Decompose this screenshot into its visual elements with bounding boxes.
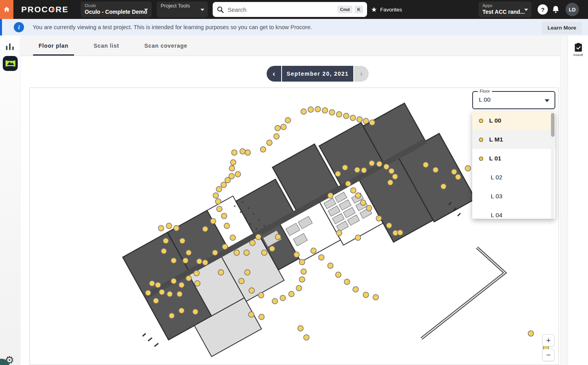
scan-dot[interactable] bbox=[281, 124, 286, 130]
project-tools-dropdown[interactable]: Project Tools bbox=[157, 2, 208, 17]
floor-option-l04[interactable]: L 04 bbox=[472, 206, 555, 219]
scan-dot[interactable] bbox=[186, 250, 191, 255]
scan-dot[interactable] bbox=[455, 174, 461, 180]
scan-dot[interactable] bbox=[262, 250, 267, 255]
scan-dot[interactable] bbox=[275, 234, 281, 240]
zoom-in-button[interactable]: + bbox=[542, 334, 555, 346]
scan-dot[interactable] bbox=[193, 309, 198, 315]
favorites-button[interactable]: ★ Favorites bbox=[371, 0, 402, 19]
floor-select[interactable]: Floor L 00 bbox=[472, 91, 555, 109]
scan-dot[interactable] bbox=[343, 113, 349, 119]
scan-dot[interactable] bbox=[229, 166, 235, 171]
scan-dot[interactable] bbox=[344, 279, 350, 285]
scan-dot[interactable] bbox=[272, 298, 278, 304]
scan-dot[interactable] bbox=[298, 326, 303, 331]
scan-dot[interactable] bbox=[355, 193, 361, 198]
kickoff-tool-button[interactable]: Kickoff bbox=[568, 43, 588, 57]
scan-dot[interactable] bbox=[363, 118, 369, 124]
scan-dot[interactable] bbox=[441, 184, 446, 189]
scan-dot[interactable] bbox=[397, 230, 403, 235]
scan-dot[interactable] bbox=[354, 167, 360, 173]
scan-dot[interactable] bbox=[357, 117, 362, 122]
scan-dot[interactable] bbox=[159, 289, 165, 295]
scan-dot[interactable] bbox=[376, 216, 382, 221]
scan-dot[interactable] bbox=[353, 287, 358, 292]
scan-dot[interactable] bbox=[177, 291, 182, 297]
scan-dot[interactable] bbox=[366, 205, 372, 211]
scan-dot[interactable] bbox=[285, 117, 291, 123]
scan-dot[interactable] bbox=[296, 285, 302, 291]
scan-dot[interactable] bbox=[213, 193, 219, 198]
scan-dot[interactable] bbox=[166, 223, 172, 229]
scan-dot[interactable] bbox=[386, 223, 392, 228]
home-button[interactable] bbox=[0, 0, 13, 19]
oculo-tool-button[interactable] bbox=[3, 56, 18, 71]
scan-dot[interactable] bbox=[267, 140, 272, 145]
scan-dot[interactable] bbox=[218, 270, 224, 275]
tab-scan-coverage[interactable]: Scan coverage bbox=[139, 35, 193, 56]
previous-date-button[interactable]: ‹ bbox=[267, 66, 281, 82]
scan-dot[interactable] bbox=[315, 106, 321, 112]
scan-dot[interactable] bbox=[216, 186, 222, 192]
scan-dot[interactable] bbox=[183, 258, 188, 263]
scan-dot[interactable] bbox=[149, 281, 155, 286]
scan-dot[interactable] bbox=[225, 177, 230, 183]
scan-dot[interactable] bbox=[351, 188, 356, 193]
scan-dot[interactable] bbox=[360, 200, 366, 205]
scan-dot[interactable] bbox=[369, 160, 375, 166]
scan-dot[interactable] bbox=[212, 250, 218, 255]
scan-dot[interactable] bbox=[221, 182, 226, 188]
notifications-button[interactable] bbox=[551, 5, 560, 14]
scan-dot[interactable] bbox=[145, 290, 151, 296]
scan-dot[interactable] bbox=[239, 278, 244, 284]
scan-dot[interactable] bbox=[377, 161, 382, 167]
scan-dot[interactable] bbox=[329, 110, 335, 115]
scan-dot[interactable] bbox=[294, 252, 299, 257]
scan-dot[interactable] bbox=[328, 263, 333, 268]
scan-dot[interactable] bbox=[179, 282, 184, 288]
scan-dot[interactable] bbox=[350, 115, 356, 121]
floor-option-lm1[interactable]: L M1 bbox=[472, 130, 555, 149]
apps-dropdown[interactable]: Apps Test ACC rand... bbox=[479, 2, 532, 17]
scan-dot[interactable] bbox=[528, 331, 534, 336]
tab-floor-plan[interactable]: Floor plan bbox=[33, 35, 74, 56]
scan-dot[interactable] bbox=[433, 167, 438, 173]
scan-dot[interactable] bbox=[304, 335, 309, 340]
help-button[interactable]: ? bbox=[538, 4, 548, 15]
scan-dot[interactable] bbox=[389, 168, 394, 174]
scan-dot[interactable] bbox=[158, 225, 164, 231]
scan-dot[interactable] bbox=[174, 225, 179, 231]
scan-dot[interactable] bbox=[153, 298, 159, 304]
scan-dot[interactable] bbox=[244, 250, 249, 255]
scan-dot[interactable] bbox=[245, 150, 250, 155]
scan-dot[interactable] bbox=[169, 313, 174, 318]
learn-more-button[interactable]: Learn More bbox=[542, 22, 582, 34]
scan-dot[interactable] bbox=[289, 291, 294, 297]
scan-dot[interactable] bbox=[161, 248, 167, 254]
scan-dot[interactable] bbox=[319, 255, 324, 260]
scan-dot[interactable] bbox=[171, 258, 176, 263]
scan-dot[interactable] bbox=[280, 295, 286, 301]
scan-dot[interactable] bbox=[465, 166, 471, 171]
scan-dot[interactable] bbox=[222, 244, 228, 250]
scan-dot[interactable] bbox=[202, 260, 208, 265]
next-date-button[interactable]: › bbox=[354, 66, 369, 82]
scan-dot[interactable] bbox=[328, 193, 333, 198]
search-input[interactable] bbox=[228, 6, 336, 13]
scan-dot[interactable] bbox=[336, 272, 341, 277]
scan-dot[interactable] bbox=[355, 235, 361, 240]
project-picker-dropdown[interactable]: Oculo Oculo - Complete Demo bbox=[81, 2, 152, 17]
floor-option-l01[interactable]: L 01 bbox=[472, 149, 555, 168]
bar-chart-icon[interactable] bbox=[6, 43, 15, 50]
scan-dot[interactable] bbox=[423, 162, 428, 168]
scan-dot[interactable] bbox=[369, 120, 375, 125]
scan-dot[interactable] bbox=[215, 199, 221, 204]
floor-option-l03[interactable]: L 03 bbox=[472, 187, 555, 206]
scan-dot[interactable] bbox=[221, 213, 227, 219]
scan-dot[interactable] bbox=[361, 168, 367, 173]
scan-dot[interactable] bbox=[299, 259, 305, 265]
scan-dot[interactable] bbox=[373, 294, 378, 300]
scan-dot[interactable] bbox=[363, 292, 369, 298]
scan-dot[interactable] bbox=[163, 238, 169, 244]
scan-dot[interactable] bbox=[250, 240, 255, 246]
